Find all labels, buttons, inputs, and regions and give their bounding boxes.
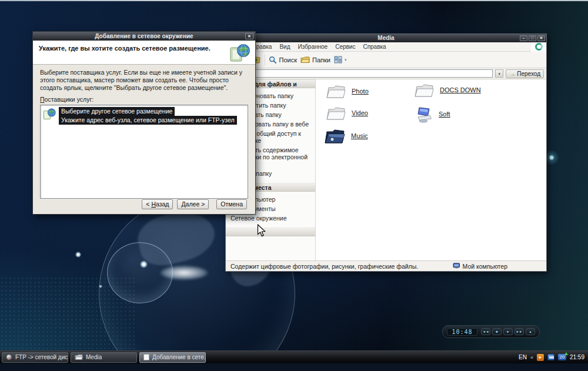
folder-icon (325, 105, 346, 121)
player-time-display: 10:48 (447, 328, 477, 336)
menu-help[interactable]: Справка (362, 44, 387, 50)
wallpaper-dot (75, 252, 81, 258)
status-zone-label: Мой компьютер (463, 263, 507, 270)
taskbar-button-ftp[interactable]: FTP -> сетевой диск... (2, 352, 68, 363)
explorer-title: Media (377, 35, 394, 41)
cancel-button[interactable]: Отмена (216, 199, 247, 209)
file-item-photo[interactable]: Photo (325, 83, 369, 99)
status-text: Содержит цифровые фотографии, рисунки, г… (230, 263, 450, 270)
clock[interactable]: 21:59 (570, 354, 584, 360)
throbber-ring-icon (535, 43, 543, 51)
player-play-button[interactable]: ► (503, 328, 513, 335)
address-dropdown-icon[interactable]: ▾ (495, 69, 503, 78)
place-network[interactable]: Сетевое окружение (226, 213, 315, 223)
minimize-button[interactable]: – (520, 35, 527, 41)
go-button[interactable]: → Переход (506, 69, 544, 78)
back-button[interactable]: < Назад (142, 199, 173, 209)
file-item-music[interactable]: Music (323, 126, 368, 145)
network-place-icon (229, 42, 251, 66)
globe-icon (6, 354, 12, 360)
views-dropdown-icon: ▾ (345, 58, 347, 62)
network-place-small-icon (42, 107, 56, 121)
wizard-heading: Укажите, где вы хотите создать сетевое р… (39, 45, 227, 52)
folder-icon (413, 82, 435, 98)
folder-icon (325, 83, 346, 99)
provider-item-selected[interactable]: Выберите другое сетевое размещение Укажи… (42, 107, 246, 125)
file-item-video[interactable]: Video (325, 105, 368, 121)
wizard-buttons: < Назад Далее > Отмена (40, 199, 248, 209)
go-label: Переход (517, 71, 540, 77)
maximize-button[interactable]: □ (529, 35, 536, 41)
tasks-section-header-3 (226, 228, 315, 236)
explorer-menubar: Файл Правка Вид Избранное Сервис Справка (226, 42, 546, 52)
wallpaper-dot (99, 285, 102, 288)
search-button[interactable]: Поиск (269, 56, 297, 64)
document-icon (143, 354, 149, 360)
language-indicator[interactable]: EN (519, 354, 527, 360)
close-button[interactable]: ✕ (245, 33, 253, 39)
wizard-body: Выберите поставщика услуг. Если вы еще н… (33, 65, 255, 214)
menu-favorites[interactable]: Избранное (296, 44, 329, 50)
views-icon (334, 56, 342, 63)
player-next-button[interactable]: ►► (514, 328, 524, 335)
player-eject-button[interactable]: ▲ (526, 328, 535, 335)
wizard-titlebar[interactable]: Добавление в сетевое окружение ✕ (33, 32, 255, 41)
wallpaper-dot (140, 260, 148, 268)
desktop: Media – □ ✕ Файл Правка Вид Избранное Се… (0, 0, 588, 371)
menu-view[interactable]: Вид (278, 44, 291, 50)
tray-speed-badge[interactable]: 20 (558, 354, 566, 360)
toolbar-separator (265, 55, 265, 65)
system-tray: EN « ► 20 21:59 (519, 354, 584, 361)
player-prev-button[interactable]: ◄◄ (481, 328, 490, 335)
providers-label: Поставщики услуг: (40, 96, 248, 103)
file-item-docs-down[interactable]: DOCS DOWN (413, 82, 481, 98)
status-bar: Содержит цифровые фотографии, рисунки, г… (226, 260, 546, 271)
folders-icon (300, 56, 310, 63)
mouse-cursor (257, 224, 267, 238)
taskbar-button-wizard[interactable]: Добавление в сете... (139, 352, 206, 363)
file-list: Photo DOCS DOWN Video (316, 79, 546, 260)
throbber-logo (531, 42, 546, 52)
address-bar: ▾ → Переход (226, 68, 546, 79)
screen-top-edge (0, 0, 588, 1)
tray-messenger-icon[interactable] (547, 354, 554, 360)
next-button[interactable]: Далее > (177, 199, 209, 209)
file-item-soft[interactable]: Soft (415, 105, 450, 123)
status-zone: Мой компьютер (453, 263, 507, 270)
player-stop-button[interactable]: ■ (492, 328, 502, 335)
computer-icon (415, 105, 433, 123)
my-computer-icon (453, 263, 460, 269)
tray-player-icon[interactable]: ► (537, 354, 544, 361)
wizard-instructions: Выберите поставщика услуг. Если вы еще н… (40, 69, 248, 92)
providers-listbox[interactable]: Выберите другое сетевое размещение Укажи… (40, 105, 248, 199)
tray-expand-icon[interactable]: « (530, 355, 533, 360)
music-folder-icon (323, 126, 346, 145)
provider-item-subtitle: Укажите адрес веб-узла, сетевое размещен… (59, 116, 237, 125)
media-player-widget[interactable]: 10:48 ◄◄ ■ ► ►► ▲ (442, 325, 540, 338)
search-label: Поиск (279, 56, 297, 63)
provider-item-title: Выберите другое сетевое размещение (59, 107, 175, 116)
menu-tools[interactable]: Сервис (334, 44, 356, 50)
screen-bottom-edge (0, 363, 588, 371)
taskbar-button-media[interactable]: Media (71, 352, 137, 363)
taskbar: FTP -> сетевой диск... Media Добавление … (0, 350, 588, 363)
folders-button[interactable]: Папки (300, 56, 330, 63)
wizard-title: Добавление в сетевое окружение (95, 33, 193, 39)
views-button[interactable]: ▾ (334, 56, 347, 63)
go-arrow-icon: → (509, 71, 515, 77)
explorer-toolbar: ← ▾ Поиск Папки (226, 52, 546, 68)
wizard-header: Укажите, где вы хотите создать сетевое р… (33, 41, 255, 65)
explorer-titlebar[interactable]: Media – □ ✕ (226, 34, 546, 42)
search-icon (269, 56, 277, 64)
folders-label: Папки (312, 56, 330, 63)
wallpaper-bubble (107, 242, 173, 303)
wizard-window: Добавление в сетевое окружение ✕ Укажите… (32, 31, 256, 215)
close-button[interactable]: ✕ (537, 35, 545, 41)
explorer-window: Media – □ ✕ Файл Правка Вид Избранное Се… (225, 34, 547, 272)
address-input[interactable] (228, 69, 493, 78)
folder-icon (75, 354, 83, 360)
